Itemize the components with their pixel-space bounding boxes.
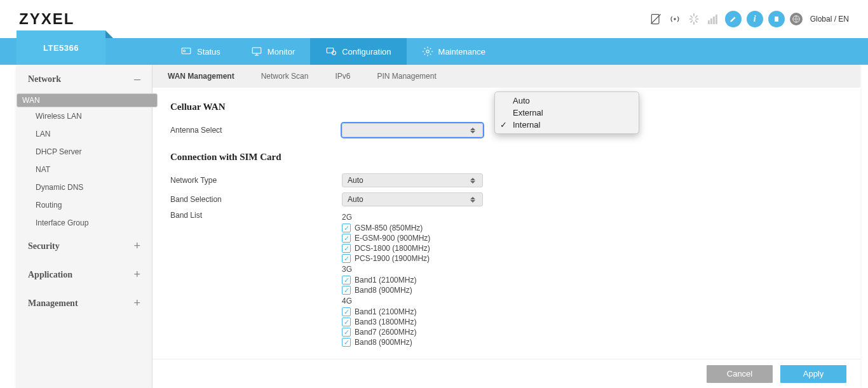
svg-line-8 xyxy=(695,21,697,23)
nav-monitor[interactable]: Monitor xyxy=(236,38,310,65)
loading-icon xyxy=(687,12,701,26)
signal-icon xyxy=(706,12,720,26)
top-nav: Status Monitor Configuration Maintenance xyxy=(0,38,868,65)
checkbox[interactable] xyxy=(342,224,351,232)
nav-label: Status xyxy=(197,47,220,57)
logo: ZYXEL xyxy=(19,10,74,28)
footer: Cancel Apply xyxy=(153,359,860,388)
section-connection: Connection with SIM Card xyxy=(170,152,843,163)
chevron-updown-icon xyxy=(468,197,477,203)
network-type-select[interactable]: Auto xyxy=(342,173,483,187)
configuration-icon xyxy=(325,46,337,57)
expand-icon: + xyxy=(133,297,140,310)
nosim-icon xyxy=(649,12,663,26)
band-item: Band8 (900MHz) xyxy=(342,338,430,347)
checkbox[interactable] xyxy=(342,328,351,337)
nav-label: Configuration xyxy=(342,47,391,57)
checkbox[interactable] xyxy=(342,307,351,316)
band-item: E-GSM-900 (900MHz) xyxy=(342,234,430,243)
svg-point-20 xyxy=(426,50,429,53)
svg-point-2 xyxy=(674,18,675,20)
sidebar-section-network[interactable]: Network – xyxy=(17,65,152,93)
network-type-label: Network Type xyxy=(170,176,342,185)
band-item: Band3 (1800MHz) xyxy=(342,318,430,326)
band-selection-label: Band Selection xyxy=(170,195,342,204)
antenna-option-external[interactable]: External xyxy=(495,107,639,119)
nav-configuration[interactable]: Configuration xyxy=(310,38,406,65)
cancel-button[interactable]: Cancel xyxy=(707,365,773,383)
nav-label: Maintenance xyxy=(438,47,485,57)
svg-line-9 xyxy=(691,21,693,23)
monitor-icon xyxy=(251,46,262,57)
edit-icon[interactable] xyxy=(725,11,742,27)
band-group-4g: 4G xyxy=(342,297,430,305)
broadcast-icon xyxy=(668,12,682,26)
nav-status[interactable]: Status xyxy=(165,38,236,65)
checkbox[interactable] xyxy=(342,338,351,347)
band-item: GSM-850 (850MHz) xyxy=(342,224,430,232)
sidebar-item-routing[interactable]: Routing xyxy=(17,196,152,214)
sidebar-section-label: Network xyxy=(28,74,61,84)
sidebar-section-security[interactable]: Security + xyxy=(17,232,152,260)
expand-icon: + xyxy=(133,268,140,281)
header-right: i Global / EN xyxy=(649,11,849,27)
sidebar-section-management[interactable]: Management + xyxy=(17,289,152,318)
app-shell: LTE5366 Status Monitor Configuration Mai… xyxy=(0,38,868,388)
gear-icon xyxy=(422,46,433,57)
band-list-label: Band List xyxy=(170,211,342,220)
sidebar-item-nat[interactable]: NAT xyxy=(17,161,152,178)
antenna-dropdown[interactable]: Auto External Internal xyxy=(494,91,639,134)
checkbox[interactable] xyxy=(342,234,351,243)
antenna-select[interactable] xyxy=(342,123,483,137)
band-item: DCS-1800 (1800MHz) xyxy=(342,244,430,253)
apply-button[interactable]: Apply xyxy=(780,365,846,383)
band-selection-select[interactable]: Auto xyxy=(342,192,483,206)
sidebar-item-ifgroup[interactable]: Interface Group xyxy=(17,214,152,232)
band-item: Band1 (2100MHz) xyxy=(342,307,430,316)
sidebar-section-label: Security xyxy=(28,241,60,251)
band-list: 2G GSM-850 (850MHz) E-GSM-900 (900MHz) D… xyxy=(342,211,430,348)
subtab-wan-mgmt[interactable]: WAN Management xyxy=(165,65,237,87)
svg-rect-15 xyxy=(252,48,261,53)
subtab-ipv6[interactable]: IPv6 xyxy=(332,65,353,87)
sidebar-item-dhcp[interactable]: DHCP Server xyxy=(17,143,152,161)
subtab-network-scan[interactable]: Network Scan xyxy=(259,65,311,87)
subtabs: WAN Management Network Scan IPv6 PIN Man… xyxy=(153,65,860,88)
band-item: Band1 (2100MHz) xyxy=(342,276,430,284)
sidebar-item-lan[interactable]: LAN xyxy=(17,125,152,143)
sidebar-item-ddns[interactable]: Dynamic DNS xyxy=(17,178,152,196)
expand-icon: + xyxy=(133,239,140,253)
antenna-option-internal[interactable]: Internal xyxy=(495,119,639,131)
language-label[interactable]: Global / EN xyxy=(810,15,849,23)
band-item: PCS-1900 (1900MHz) xyxy=(342,254,430,263)
band-item: Band7 (2600MHz) xyxy=(342,328,430,337)
band-item: Band8 (900MHz) xyxy=(342,286,430,295)
device-tab[interactable]: LTE5366 xyxy=(17,30,105,65)
subtab-pin[interactable]: PIN Management xyxy=(374,65,438,87)
globe-icon[interactable] xyxy=(790,13,803,25)
svg-rect-11 xyxy=(775,17,778,22)
checkbox[interactable] xyxy=(342,254,351,263)
svg-point-14 xyxy=(184,50,186,52)
content: Celluar WAN Antenna Select Connection wi… xyxy=(153,88,860,359)
checkbox[interactable] xyxy=(342,286,351,295)
sidebar-item-wireless-lan[interactable]: Wireless LAN xyxy=(17,107,152,125)
nav-maintenance[interactable]: Maintenance xyxy=(407,38,501,65)
checkbox[interactable] xyxy=(342,318,351,326)
sidebar-section-application[interactable]: Application + xyxy=(17,260,152,289)
doc-icon[interactable] xyxy=(768,11,785,27)
info-icon[interactable]: i xyxy=(747,11,763,27)
band-selection-value: Auto xyxy=(348,195,363,204)
checkbox[interactable] xyxy=(342,244,351,253)
sidebar-section-label: Management xyxy=(28,298,78,309)
antenna-option-auto[interactable]: Auto xyxy=(495,95,639,107)
status-icon xyxy=(180,46,192,57)
top-header: ZYXEL i Global / EN xyxy=(0,0,868,38)
nav-label: Monitor xyxy=(268,47,295,57)
network-type-value: Auto xyxy=(348,176,363,185)
main-panel: WAN Management Network Scan IPv6 PIN Man… xyxy=(153,65,860,388)
chevron-updown-icon xyxy=(468,178,477,184)
checkbox[interactable] xyxy=(342,276,351,284)
sidebar-item-wan[interactable]: WAN xyxy=(17,93,158,107)
svg-line-10 xyxy=(695,16,697,18)
